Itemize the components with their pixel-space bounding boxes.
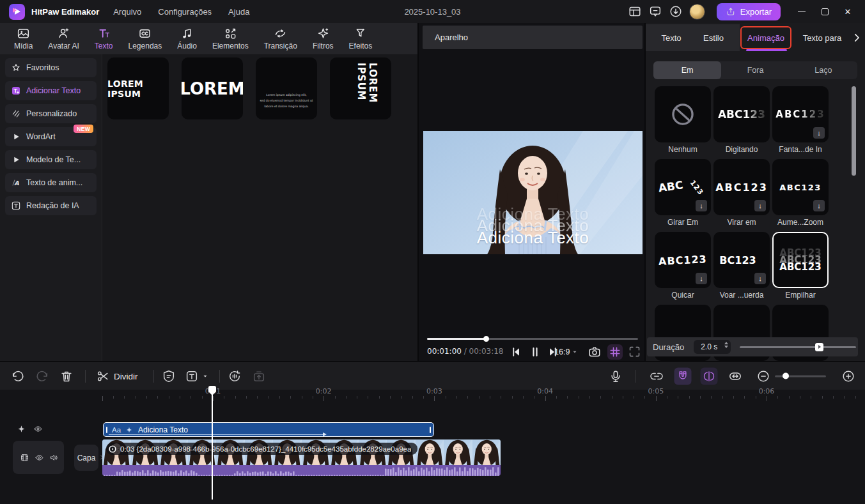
menu-ajuda[interactable]: Ajuda: [228, 7, 249, 17]
aspect-ratio-select[interactable]: 16:9: [554, 347, 579, 356]
split-label[interactable]: Dividir: [114, 371, 138, 381]
sidebar-item-adicionar-texto[interactable]: Adicionar Texto: [5, 81, 97, 100]
menu-configuracoes[interactable]: Configurações: [158, 7, 212, 17]
zoom-slider-knob[interactable]: [783, 372, 789, 379]
sidebar-item-redacao-de-ia[interactable]: Redação de IA: [5, 196, 97, 215]
minimize-button[interactable]: [792, 3, 811, 20]
quick-text-icon[interactable]: [185, 369, 199, 383]
ripple-edit-icon[interactable]: [701, 367, 718, 385]
delete-icon[interactable]: [59, 369, 74, 383]
template-lorem-vertical[interactable]: LOREM IPSUM: [330, 57, 391, 119]
subtab-fora[interactable]: Fora: [721, 61, 789, 79]
duration-slider-knob[interactable]: [815, 343, 823, 351]
video-clip[interactable]: 0:03 {2da08309-a998-466b-956a-0dcbc69e81…: [102, 439, 501, 476]
pause-icon[interactable]: [529, 346, 542, 358]
trim-handle-left[interactable]: [106, 427, 107, 433]
subtab-laco[interactable]: Laço: [790, 61, 857, 79]
fit-timeline-icon[interactable]: [728, 369, 742, 383]
export-button[interactable]: Exportar: [717, 3, 781, 20]
panel-scrollbar[interactable]: [852, 86, 856, 176]
panel-expand-chevron-icon[interactable]: [851, 32, 862, 43]
tab-estilo[interactable]: Estilo: [698, 24, 729, 51]
ruler-label: 0:04: [537, 387, 553, 395]
duration-stepper[interactable]: 2.0 s: [694, 340, 731, 354]
video-preview[interactable]: Adiciona Texto Adiciona Texto Adiciona T…: [423, 131, 643, 254]
animation-girar-em[interactable]: ABC123↓: [655, 159, 711, 215]
split-scissors-icon[interactable]: [96, 369, 110, 383]
template-lorem[interactable]: LOREM: [182, 57, 243, 119]
sidebar-item-texto-de-animacao[interactable]: ATexto de anim...: [5, 173, 97, 192]
redo-icon[interactable]: [35, 369, 49, 383]
sidebar-item-wordart[interactable]: WordArtNEW: [5, 127, 97, 146]
ribbon-tab-texto[interactable]: Texto: [87, 23, 121, 54]
video-track-visibility-icon[interactable]: [35, 453, 44, 462]
magnet-snap-icon[interactable]: [674, 367, 692, 385]
zoom-in-icon[interactable]: [841, 369, 855, 383]
tab-texto[interactable]: Texto: [656, 24, 687, 51]
sidebar-item-modelo-de-texto[interactable]: Modelo de Te...: [5, 150, 97, 169]
ruler-tick: [756, 396, 756, 399]
previous-frame-icon[interactable]: [510, 346, 522, 358]
timeline-zoom-slider[interactable]: [775, 375, 826, 377]
duration-slider[interactable]: [740, 346, 856, 348]
animation-empilhar-selected[interactable]: ABC123ABC123ABC123: [772, 232, 829, 288]
cover-button[interactable]: Capa: [74, 445, 98, 471]
film-icon[interactable]: [20, 453, 29, 462]
fullscreen-icon[interactable]: [628, 345, 641, 358]
sidebar-item-personalizado[interactable]: Personalizado: [5, 104, 97, 123]
ribbon-tab-avatar-ai[interactable]: Avatar AI: [40, 23, 86, 54]
template-lorem-small[interactable]: Lorem ipsum adipiscing elit,sed do eiusm…: [256, 57, 317, 119]
feedback-icon[interactable]: [648, 4, 662, 19]
template-lorem-ipsum[interactable]: LOREM IPSUM: [107, 57, 169, 119]
sticker-mask-icon[interactable]: [162, 369, 176, 383]
ribbon-tab-efeitos[interactable]: Efeitos: [341, 23, 380, 54]
subtab-em[interactable]: Em: [653, 61, 721, 79]
animation-digitando[interactable]: ABC123: [713, 86, 770, 142]
tab-texto-para[interactable]: Texto para: [798, 24, 846, 51]
ribbon-tab-filtros[interactable]: Filtros: [305, 23, 341, 54]
text-track-visibility-icon[interactable]: [33, 424, 43, 434]
snapshot-icon[interactable]: [588, 345, 602, 359]
animation-voar-esquerda[interactable]: BC123↓: [713, 232, 770, 288]
ribbon-tab-transicao[interactable]: Transição: [256, 23, 305, 54]
layout-panels-icon[interactable]: [628, 4, 642, 19]
microphone-icon[interactable]: [609, 369, 623, 383]
zoom-out-icon[interactable]: [756, 369, 770, 383]
ribbon-tab-audio[interactable]: Áudio: [169, 23, 205, 54]
grid-overlay-icon[interactable]: [607, 344, 623, 360]
animation-quicar[interactable]: ABC123↓: [655, 232, 711, 288]
ribbon-tab-midia[interactable]: Mídia: [6, 23, 40, 54]
ruler-tick: [700, 396, 701, 399]
rerecord-icon[interactable]: [228, 369, 242, 383]
ribbon-tab-elementos[interactable]: Elementos: [205, 23, 256, 54]
animation-nenhum[interactable]: [655, 86, 711, 142]
upload-clip-icon[interactable]: [252, 369, 266, 383]
ribbon-tab-legendas[interactable]: Legendas: [121, 23, 170, 54]
ruler-tick: [246, 396, 247, 399]
user-avatar[interactable]: [689, 4, 705, 20]
close-button[interactable]: ✕: [838, 3, 857, 20]
video-track-mute-icon[interactable]: [49, 453, 59, 462]
stepper-down-icon[interactable]: [724, 346, 728, 348]
link-clips-icon[interactable]: [650, 369, 664, 383]
stepper-up-icon[interactable]: [724, 342, 728, 344]
animation-aumentar-zoom[interactable]: ABC123↓: [772, 159, 829, 215]
quick-text-caret-icon[interactable]: [201, 372, 209, 380]
playback-progress-bar[interactable]: [427, 338, 638, 340]
tab-animacao-highlighted[interactable]: Animação: [740, 26, 791, 49]
ribbon-tabs: Mídia Avatar AI Texto Legendas Áudio Ele…: [0, 23, 417, 54]
animation-virar-em[interactable]: ABC123↓: [713, 159, 770, 215]
undo-icon[interactable]: [11, 369, 25, 383]
filters-icon: [316, 27, 330, 40]
text-clip[interactable]: Aa Adiciona Texto: [103, 422, 434, 437]
progress-knob[interactable]: [483, 336, 489, 342]
text-track-animation-icon[interactable]: [17, 424, 26, 434]
trim-handle-right[interactable]: [430, 427, 431, 433]
animation-fantasma[interactable]: ABC123↓: [772, 86, 829, 142]
sidebar-item-favoritos[interactable]: Favoritos: [5, 58, 97, 77]
maximize-button[interactable]: [815, 3, 834, 20]
overlay-text[interactable]: Adiciona Texto: [423, 228, 643, 248]
download-icon[interactable]: [669, 4, 683, 19]
playhead-line[interactable]: [212, 388, 213, 500]
menu-arquivo[interactable]: Arquivo: [113, 7, 141, 17]
